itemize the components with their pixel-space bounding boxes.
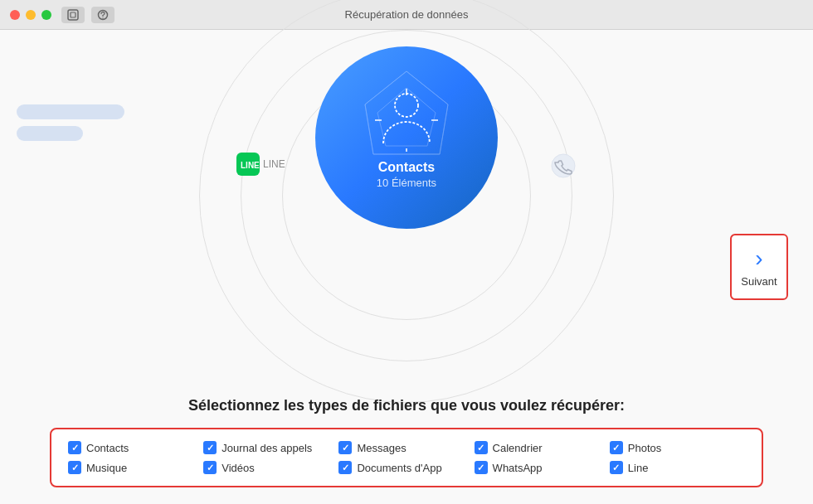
main-content: Contacts 10 Éléments LINE LINE › Suivant…: [0, 30, 813, 504]
checkbox-journal[interactable]: Journal des appels: [203, 441, 338, 454]
checkbox-messages-label: Messages: [357, 442, 406, 454]
phone-app-icon: [550, 153, 577, 179]
checkbox-videos[interactable]: Vidéos: [203, 461, 338, 474]
checkboxes-container: Contacts Journal des appels Messages Cal…: [50, 428, 763, 487]
blurred-bar-1: [17, 104, 124, 119]
checkbox-documents[interactable]: Documents d'App: [338, 461, 474, 474]
circle-decor: [315, 46, 498, 229]
maximize-button[interactable]: [41, 10, 51, 20]
checkbox-messages[interactable]: Messages: [338, 441, 474, 454]
titlebar-icon-2[interactable]: [91, 7, 114, 23]
checkbox-line-icon: [610, 461, 623, 474]
checkbox-calendrier[interactable]: Calendrier: [475, 441, 610, 454]
svg-line-7: [440, 104, 448, 154]
checkbox-journal-label: Journal des appels: [222, 442, 312, 454]
checkbox-row-2: Musique Vidéos Documents d'App WhatsApp …: [68, 461, 745, 474]
next-chevron-icon: ›: [755, 247, 762, 270]
checkbox-whatsapp-icon: [475, 461, 488, 474]
svg-marker-5: [377, 88, 436, 146]
checkbox-messages-icon: [338, 441, 352, 454]
bottom-section: Sélectionnez les types de fichiers que v…: [0, 397, 813, 504]
checkbox-calendrier-label: Calendrier: [493, 442, 543, 454]
titlebar-icons: [61, 7, 114, 23]
checkbox-musique-label: Musique: [86, 462, 127, 474]
checkbox-contacts-label: Contacts: [86, 442, 129, 454]
titlebar-icon-1[interactable]: [61, 7, 85, 23]
checkbox-line[interactable]: Line: [610, 461, 745, 474]
checkbox-photos-label: Photos: [628, 442, 661, 454]
checkbox-documents-icon: [338, 461, 352, 474]
checkbox-photos[interactable]: Photos: [610, 441, 745, 454]
svg-text:LINE: LINE: [241, 161, 260, 170]
checkbox-documents-label: Documents d'App: [357, 462, 441, 474]
checkbox-musique-icon: [68, 461, 81, 474]
checkbox-musique[interactable]: Musique: [68, 461, 203, 474]
checkbox-calendrier-icon: [475, 441, 488, 454]
checkbox-photos-icon: [610, 441, 623, 454]
svg-line-6: [406, 71, 448, 104]
line-label: LINE: [263, 158, 285, 170]
minimize-button[interactable]: [26, 10, 36, 20]
checkbox-contacts-icon: [68, 441, 81, 454]
svg-line-9: [365, 104, 373, 154]
selection-title: Sélectionnez les types de fichiers que v…: [50, 397, 763, 414]
svg-point-3: [102, 17, 103, 18]
svg-line-10: [365, 71, 406, 104]
checkbox-journal-icon: [203, 441, 217, 454]
checkbox-whatsapp-label: WhatsApp: [493, 462, 543, 474]
line-app-icon: LINE LINE: [236, 153, 285, 176]
checkbox-videos-icon: [203, 461, 217, 474]
checkbox-videos-label: Vidéos: [222, 462, 255, 474]
svg-rect-0: [68, 10, 78, 20]
next-button[interactable]: › Suivant: [730, 234, 788, 300]
checkbox-row-1: Contacts Journal des appels Messages Cal…: [68, 441, 745, 454]
close-button[interactable]: [10, 10, 20, 20]
checkbox-contacts[interactable]: Contacts: [68, 441, 203, 454]
traffic-lights: [10, 10, 51, 20]
svg-rect-1: [71, 12, 75, 17]
next-label: Suivant: [741, 275, 776, 288]
center-visualization: Contacts 10 Éléments: [315, 46, 498, 229]
left-sidebar: [17, 104, 124, 148]
checkbox-whatsapp[interactable]: WhatsApp: [475, 461, 610, 474]
checkbox-line-label: Line: [628, 462, 649, 474]
blurred-bar-2: [17, 126, 83, 141]
